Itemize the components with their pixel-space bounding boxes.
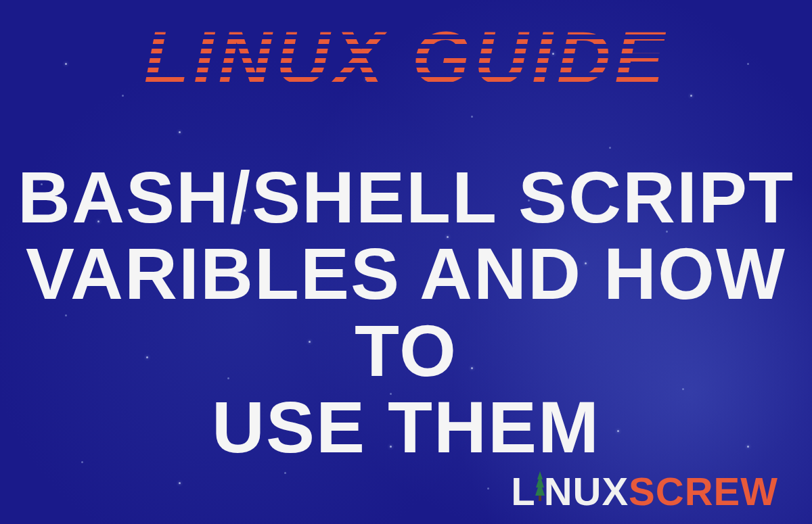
footer-logo: L NUXSCREW bbox=[511, 469, 778, 514]
logo-text-nux: NUX bbox=[544, 469, 629, 514]
main-title-line1: BASH/SHELL SCRIPT bbox=[0, 159, 812, 235]
main-title: BASH/SHELL SCRIPT VARIBLES AND HOW TO US… bbox=[0, 159, 812, 466]
logo-text-screw: SCREW bbox=[629, 469, 778, 514]
svg-rect-0 bbox=[539, 496, 541, 501]
header-title: LINUX GUIDE bbox=[144, 20, 669, 95]
main-title-line3: USE THEM bbox=[0, 389, 812, 465]
logo-text-l: L bbox=[511, 469, 535, 514]
main-title-line2: VARIBLES AND HOW TO bbox=[0, 235, 812, 389]
